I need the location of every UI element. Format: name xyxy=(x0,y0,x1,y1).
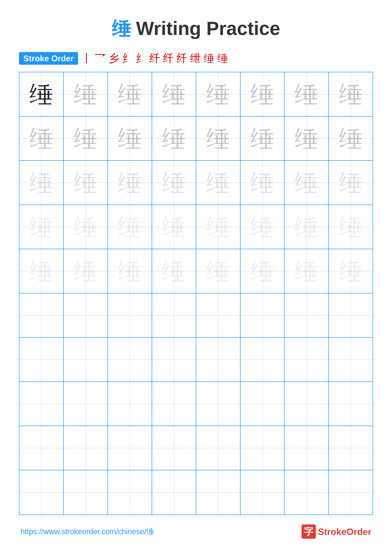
grid-cell[interactable]: 缍 xyxy=(152,72,196,117)
practice-char: 缍 xyxy=(339,171,363,194)
grid-cell[interactable] xyxy=(108,426,152,470)
practice-char: 缍 xyxy=(118,127,142,150)
grid-cell[interactable] xyxy=(108,338,152,382)
grid-cell[interactable]: 缍 xyxy=(64,205,108,249)
grid-cell[interactable]: 缍 xyxy=(329,117,373,161)
grid-cell[interactable]: 缍 xyxy=(20,249,64,293)
grid-cell[interactable]: 缍 xyxy=(196,205,241,249)
grid-cell[interactable]: 缍 xyxy=(241,249,285,293)
grid-cell[interactable] xyxy=(64,426,108,470)
grid-cell[interactable]: 缍 xyxy=(20,117,64,161)
grid-cell[interactable]: 缍 xyxy=(108,205,152,249)
grid-cell[interactable]: 缍 xyxy=(108,249,152,293)
grid-cell[interactable]: 缍 xyxy=(152,249,196,293)
grid-cell[interactable] xyxy=(285,426,329,470)
grid-cell[interactable] xyxy=(196,338,241,382)
grid-cell[interactable]: 缍 xyxy=(152,205,196,249)
grid-cell[interactable]: 缍 xyxy=(285,249,329,293)
practice-char: 缍 xyxy=(118,259,142,283)
grid-cell[interactable]: 缍 xyxy=(285,161,329,205)
grid-cell[interactable] xyxy=(196,470,241,515)
stroke-step-5: 纟 xyxy=(136,51,146,66)
grid-cell[interactable] xyxy=(64,293,108,338)
grid-cell[interactable] xyxy=(20,470,64,515)
grid-cell[interactable] xyxy=(241,426,285,470)
grid-cell[interactable] xyxy=(241,470,285,515)
grid-cell[interactable] xyxy=(329,293,373,338)
grid-cell[interactable] xyxy=(152,382,196,426)
grid-cell[interactable]: 缍 xyxy=(64,72,108,117)
grid-cell[interactable]: 缍 xyxy=(285,72,329,117)
grid-cell[interactable]: 缍 xyxy=(285,117,329,161)
grid-cell[interactable] xyxy=(20,293,64,338)
grid-cell[interactable] xyxy=(108,382,152,426)
grid-cell[interactable] xyxy=(196,382,241,426)
grid-cell[interactable]: 缍 xyxy=(64,249,108,293)
logo-text: StrokeOrder xyxy=(318,526,371,537)
grid-cell[interactable] xyxy=(64,382,108,426)
grid-cell[interactable]: 缍 xyxy=(152,161,196,205)
grid-cell[interactable] xyxy=(329,426,373,470)
grid-cell[interactable]: 缍 xyxy=(329,205,373,249)
grid-row-3: 缍 缍 缍 缍 缍 缍 缍 缍 xyxy=(20,161,372,205)
stroke-step-6: 纤 xyxy=(149,51,160,66)
grid-cell[interactable] xyxy=(20,426,64,470)
grid-cell[interactable] xyxy=(285,382,329,426)
grid-cell[interactable]: 缍 xyxy=(241,161,285,205)
grid-cell[interactable] xyxy=(152,338,196,382)
grid-cell[interactable] xyxy=(241,338,285,382)
grid-cell[interactable] xyxy=(329,338,373,382)
grid-cell[interactable]: 缍 xyxy=(108,72,152,117)
grid-cell[interactable]: 缍 xyxy=(329,249,373,293)
grid-cell[interactable]: 缍 xyxy=(241,117,285,161)
practice-char: 缍 xyxy=(295,82,318,106)
grid-cell[interactable]: 缍 xyxy=(108,117,152,161)
grid-cell[interactable] xyxy=(241,382,285,426)
grid-cell[interactable] xyxy=(196,426,241,470)
grid-cell[interactable] xyxy=(20,382,64,426)
stroke-step-3: 乡 xyxy=(108,51,119,66)
grid-cell[interactable]: 缍 xyxy=(241,72,285,117)
grid-cell[interactable]: 缍 xyxy=(196,117,241,161)
grid-cell[interactable] xyxy=(64,338,108,382)
grid-cell[interactable] xyxy=(285,293,329,338)
stroke-step-11: 缍 xyxy=(217,51,228,66)
grid-cell[interactable] xyxy=(329,470,373,515)
practice-char: 缍 xyxy=(250,127,274,150)
grid-cell[interactable]: 缍 xyxy=(20,72,64,117)
grid-cell[interactable]: 缍 xyxy=(285,205,329,249)
grid-cell[interactable]: 缍 xyxy=(64,161,108,205)
grid-cell[interactable] xyxy=(329,382,373,426)
practice-char: 缍 xyxy=(206,127,230,150)
grid-cell[interactable] xyxy=(285,470,329,515)
grid-cell[interactable] xyxy=(152,293,196,338)
grid-cell[interactable]: 缍 xyxy=(329,161,373,205)
grid-cell[interactable] xyxy=(196,293,241,338)
grid-cell[interactable] xyxy=(285,338,329,382)
grid-cell[interactable]: 缍 xyxy=(329,72,373,117)
grid-row-7 xyxy=(20,338,372,382)
practice-char: 缍 xyxy=(118,215,142,239)
grid-cell[interactable]: 缍 xyxy=(196,249,241,293)
grid-cell[interactable]: 缍 xyxy=(152,117,196,161)
grid-cell[interactable]: 缍 xyxy=(196,161,241,205)
grid-row-8 xyxy=(20,382,372,426)
grid-cell[interactable]: 缍 xyxy=(241,205,285,249)
grid-cell[interactable]: 缍 xyxy=(196,72,241,117)
footer-url[interactable]: https://www.strokeorder.com/chinese/缍 xyxy=(21,526,154,537)
grid-cell[interactable] xyxy=(152,426,196,470)
grid-cell[interactable]: 缍 xyxy=(108,161,152,205)
grid-cell[interactable]: 缍 xyxy=(20,161,64,205)
grid-cell[interactable] xyxy=(108,470,152,515)
practice-char: 缍 xyxy=(250,171,274,194)
grid-cell[interactable] xyxy=(64,470,108,515)
grid-cell[interactable] xyxy=(20,338,64,382)
grid-cell[interactable] xyxy=(152,470,196,515)
stroke-step-4: 纟 xyxy=(122,51,133,66)
grid-cell[interactable]: 缍 xyxy=(64,117,108,161)
grid-cell[interactable] xyxy=(108,293,152,338)
practice-char: 缍 xyxy=(74,127,97,150)
grid-cell[interactable]: 缍 xyxy=(20,205,64,249)
practice-char: 缍 xyxy=(162,215,186,239)
grid-cell[interactable] xyxy=(241,293,285,338)
